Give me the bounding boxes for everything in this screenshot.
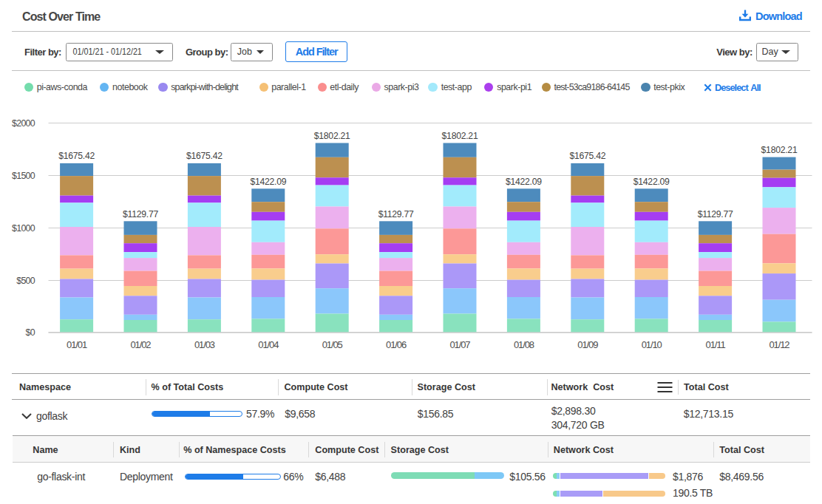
svg-text:$1500: $1500 — [12, 171, 35, 181]
svg-text:$1675.42: $1675.42 — [58, 151, 95, 161]
svg-text:$500: $500 — [16, 276, 35, 286]
svg-text:01/06: 01/06 — [386, 339, 407, 350]
svg-text:01/09: 01/09 — [577, 339, 598, 350]
svg-text:$1000: $1000 — [12, 223, 35, 234]
svg-text:01/05: 01/05 — [322, 339, 343, 350]
svg-text:01/02: 01/02 — [130, 339, 151, 350]
svg-text:01/01: 01/01 — [67, 339, 87, 350]
svg-text:$0: $0 — [26, 327, 35, 338]
svg-text:01/08: 01/08 — [514, 339, 534, 350]
svg-text:$1422.09: $1422.09 — [250, 177, 286, 187]
svg-text:$1422.09: $1422.09 — [506, 177, 542, 187]
svg-text:01/11: 01/11 — [706, 339, 726, 350]
svg-text:01/04: 01/04 — [258, 339, 279, 350]
svg-text:$1675.42: $1675.42 — [186, 151, 223, 161]
svg-text:01/03: 01/03 — [194, 339, 215, 350]
svg-text:$1675.42: $1675.42 — [569, 151, 605, 161]
svg-text:$1802.21: $1802.21 — [314, 131, 350, 141]
svg-text:$1129.77: $1129.77 — [378, 209, 414, 219]
svg-text:01/07: 01/07 — [449, 339, 470, 350]
svg-text:$1802.21: $1802.21 — [442, 131, 478, 141]
svg-text:$1129.77: $1129.77 — [698, 209, 733, 219]
svg-text:$2000: $2000 — [12, 118, 35, 129]
svg-text:$1129.77: $1129.77 — [123, 209, 158, 219]
svg-text:01/12: 01/12 — [769, 339, 789, 350]
svg-text:$1422.09: $1422.09 — [634, 177, 670, 187]
svg-text:01/10: 01/10 — [642, 339, 662, 350]
svg-text:$1802.21: $1802.21 — [761, 145, 798, 155]
